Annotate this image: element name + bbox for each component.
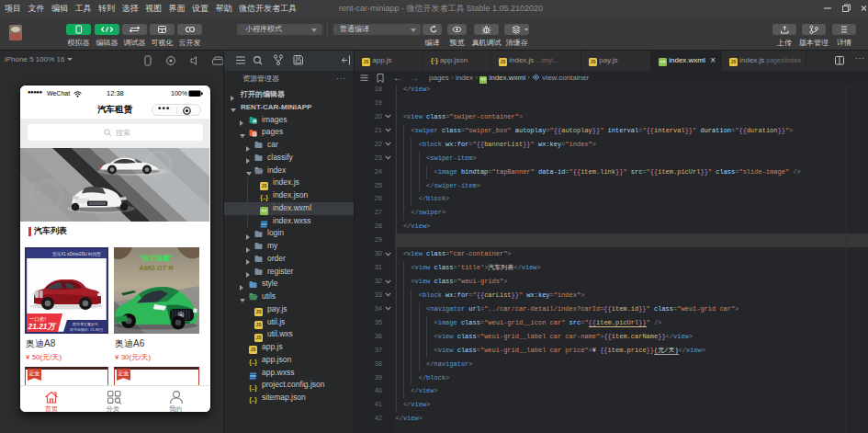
svg-text:宝马X1 sDrive20Li 时尚型: 宝马X1 sDrive20Li 时尚型 — [52, 251, 101, 257]
svg-text:“纽北绿魔”: “纽北绿魔” — [139, 254, 174, 262]
svg-text:AMG GT R: AMG GT R — [138, 264, 174, 272]
svg-text:21.21万: 21.21万 — [28, 322, 57, 331]
